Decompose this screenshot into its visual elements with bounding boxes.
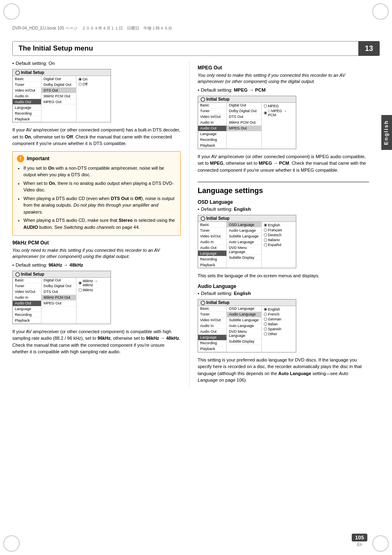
- nav-rec-5: Recording: [198, 341, 226, 346]
- audio-lang-nav-col: Basic Tuner Video In/Out Audio In Audio …: [198, 306, 227, 352]
- opt-digout-2: Digital Out: [42, 278, 76, 283]
- important-icon: !: [17, 155, 24, 162]
- val-espanol: Español: [263, 242, 295, 247]
- val-96: 96kHz: [78, 288, 109, 292]
- radio-on-1: [78, 78, 82, 81]
- corner-decoration-br: [372, 535, 389, 552]
- nav-audioout-2: Audio Out: [13, 301, 41, 306]
- left-column: Default setting: On ◯ Initial Setup Basi…: [12, 61, 189, 388]
- nav-audioout-1: Audio Out: [13, 99, 41, 105]
- important-item-4: When playing a DTS audio CD, make sure t…: [23, 217, 176, 230]
- mpeg-nav-col: Basic Tuner Video In/Out Audio In Audio …: [198, 103, 227, 149]
- important-label: Important: [27, 156, 49, 161]
- nav-lang-1: Language: [13, 105, 41, 111]
- opt-pcm-1: 96kHz PCM Out: [42, 93, 76, 99]
- nav-tuner-3: Tuner: [198, 108, 226, 114]
- osd-nav-col: Basic Tuner Video In/Out Audio In Audio …: [198, 222, 227, 268]
- nav-audioin-1: Audio In: [13, 93, 41, 99]
- radio-mpeg-pcm: [264, 111, 267, 115]
- important-box: ! Important If you set to On with a non-…: [12, 151, 181, 236]
- page-title: The Initial Setup menu: [18, 44, 93, 53]
- osd-setup-title: ◯ Initial Setup: [198, 215, 296, 222]
- opt-dts-3: DTS Out: [227, 114, 261, 120]
- radio-italian-a: [264, 322, 267, 326]
- english-tab: English: [381, 115, 392, 150]
- dts-setup-menu: ◯ Initial Setup Basic Tuner Video In/Out…: [12, 69, 111, 122]
- opt-auto-lang: Auto Language: [227, 239, 261, 245]
- nav-play-3: Playback: [198, 143, 226, 149]
- page: DVR-04_HDD_EU.book 105 ページ ２００４年４月１１日 日曜…: [0, 0, 392, 555]
- audio-lang-heading: Audio Language: [198, 283, 369, 289]
- nav-basic-2: Basic: [13, 278, 41, 283]
- radio-96-48: [78, 281, 82, 285]
- audio-lang-setup-menu: ◯ Initial Setup Basic Tuner Video In/Out…: [198, 299, 296, 352]
- setup-icon-4: ◯: [201, 216, 205, 221]
- nav-play-1: Playback: [13, 116, 41, 122]
- opt-dts-1: DTS Out: [42, 88, 76, 93]
- radio-spanish-a: [264, 327, 267, 331]
- content-area: Default setting: On ◯ Initial Setup Basi…: [12, 61, 369, 388]
- pcm-nav-col: Basic Tuner Video In/Out Audio In Audio …: [13, 278, 42, 324]
- mpeg-setup-inner: Basic Tuner Video In/Out Audio In Audio …: [198, 103, 296, 149]
- mpeg-options-col: Digital Out Dolby Digital Out DTS Out 96…: [227, 103, 262, 149]
- opt-dts-2: DTS Out: [42, 289, 76, 295]
- nav-audioin-2: Audio In: [13, 295, 41, 301]
- nav-rec-2: Recording: [13, 312, 41, 318]
- audio-lang-setup-inner: Basic Tuner Video In/Out Audio In Audio …: [198, 306, 296, 352]
- pcm-para1: If your AV amp/receiver (or other connec…: [12, 328, 181, 355]
- nav-play-2: Playback: [13, 318, 41, 324]
- val-deutsch: Deutsch: [263, 233, 295, 237]
- radio-francais: [264, 228, 267, 232]
- dts-setup-title: ◯ Initial Setup: [13, 69, 111, 76]
- important-item-2: When set to On, there is no analog audio…: [23, 180, 176, 193]
- nav-video-5: Video In/Out: [198, 318, 226, 323]
- nav-lang-4: Language: [198, 251, 226, 256]
- right-column: MPEG Out You only need to make this sett…: [189, 61, 369, 388]
- nav-basic-5: Basic: [198, 306, 226, 312]
- val-italiano: Italiano: [263, 237, 295, 242]
- val-spanish-a: Spanish: [263, 327, 295, 332]
- pcm-values-col: 96kHz → 48kHz 96kHz: [76, 278, 111, 324]
- important-list: If you set to On with a non-DTS compatib…: [17, 165, 176, 231]
- radio-english-a: [264, 308, 267, 311]
- setup-icon-2: ◯: [15, 272, 20, 276]
- val-french-a: French: [263, 312, 295, 317]
- nav-tuner-5: Tuner: [198, 312, 226, 318]
- nav-lang-2: Language: [13, 306, 41, 312]
- nav-video-1: Video In/Out: [13, 88, 41, 93]
- radio-italiano: [264, 238, 267, 242]
- osd-heading: OSD Language: [198, 199, 369, 205]
- opt-osd-lang-5: OSD Language: [227, 306, 261, 312]
- important-header: ! Important: [17, 155, 176, 162]
- radio-96: [78, 288, 82, 292]
- radio-espanol: [264, 243, 267, 246]
- opt-digout-3: Digital Out: [227, 103, 261, 108]
- dts-nav-col: Basic Tuner Video In/Out Audio In Audio …: [13, 76, 42, 122]
- audio-lang-para1: This setting is your preferred audio lan…: [198, 357, 369, 384]
- dts-setup-inner: Basic Tuner Video In/Out Audio In Audio …: [13, 76, 111, 122]
- footer-page-number: 105: [352, 534, 367, 541]
- mpeg-values-col: MPEG □ MPEG → PCM: [262, 103, 296, 149]
- opt-dolby-1: Dolby Digital Out: [42, 82, 76, 88]
- pcm-setup-title: ◯ Initial Setup: [13, 271, 111, 278]
- page-number-badge: 13: [358, 41, 380, 56]
- val-italian-a: Italian: [263, 322, 295, 327]
- radio-german-a: [264, 318, 267, 321]
- dts-values-col: On Off: [76, 76, 111, 122]
- opt-pcm-2: 96kHz PCM Out: [42, 295, 76, 301]
- nav-tuner-4: Tuner: [198, 228, 226, 233]
- audio-lang-default-bullet: Default setting: English: [198, 291, 369, 296]
- val-mpeg: MPEG: [263, 104, 295, 108]
- opt-sub-display: Subtitle Display: [227, 255, 261, 260]
- audio-lang-options-col: OSD Language Audio Language Subtitle Lan…: [227, 306, 262, 352]
- nav-video-2: Video In/Out: [13, 289, 41, 295]
- opt-dolby-3: Dolby Digital Out: [227, 108, 261, 114]
- pcm-options-col: Digital Out Dolby Digital Out DTS Out 96…: [42, 278, 76, 324]
- nav-rec-3: Recording: [198, 137, 226, 143]
- osd-setup-inner: Basic Tuner Video In/Out Audio In Audio …: [198, 222, 296, 268]
- val-other-a: Other: [263, 332, 295, 336]
- radio-english: [264, 223, 267, 227]
- opt-mpeg-1: MPEG Out: [42, 99, 76, 105]
- setup-icon-5: ◯: [201, 300, 205, 305]
- mpeg-para1: If your AV amp/receiver (or other connec…: [198, 153, 369, 174]
